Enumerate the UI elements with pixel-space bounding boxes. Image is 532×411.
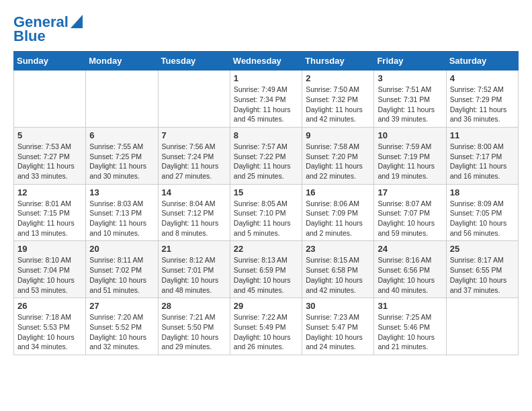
day-number: 16 <box>306 187 370 197</box>
day-info: Sunrise: 7:55 AM Sunset: 7:25 PM Dayligh… <box>89 142 154 181</box>
calendar-cell <box>446 298 518 355</box>
calendar-cell: 8Sunrise: 7:57 AM Sunset: 7:22 PM Daylig… <box>230 127 302 184</box>
calendar-cell: 11Sunrise: 8:00 AM Sunset: 7:17 PM Dayli… <box>446 127 518 184</box>
day-number: 7 <box>162 130 226 140</box>
calendar-cell: 28Sunrise: 7:21 AM Sunset: 5:50 PM Dayli… <box>158 298 230 355</box>
day-number: 18 <box>450 187 515 197</box>
day-number: 15 <box>234 187 298 197</box>
day-info: Sunrise: 8:07 AM Sunset: 7:07 PM Dayligh… <box>378 199 442 238</box>
calendar-cell: 20Sunrise: 8:11 AM Sunset: 7:02 PM Dayli… <box>86 241 158 298</box>
calendar-cell: 27Sunrise: 7:20 AM Sunset: 5:52 PM Dayli… <box>86 298 158 355</box>
day-info: Sunrise: 8:17 AM Sunset: 6:55 PM Dayligh… <box>450 255 515 295</box>
day-number: 21 <box>162 244 226 254</box>
calendar-week-5: 26Sunrise: 7:18 AM Sunset: 5:53 PM Dayli… <box>14 298 519 355</box>
calendar-cell: 2Sunrise: 7:50 AM Sunset: 7:32 PM Daylig… <box>302 71 374 128</box>
day-info: Sunrise: 7:18 AM Sunset: 5:53 PM Dayligh… <box>17 312 82 352</box>
calendar-cell: 7Sunrise: 7:56 AM Sunset: 7:24 PM Daylig… <box>158 127 230 184</box>
day-info: Sunrise: 7:20 AM Sunset: 5:52 PM Dayligh… <box>89 312 154 352</box>
day-number: 19 <box>17 244 82 254</box>
day-info: Sunrise: 8:10 AM Sunset: 7:04 PM Dayligh… <box>17 255 82 295</box>
logo: General Blue <box>13 13 83 44</box>
calendar-cell <box>86 71 158 128</box>
day-number: 28 <box>162 301 226 311</box>
day-number: 12 <box>17 187 82 197</box>
weekday-header-monday: Monday <box>86 52 158 71</box>
logo-blue-text: Blue <box>13 28 46 44</box>
calendar-cell: 23Sunrise: 8:15 AM Sunset: 6:58 PM Dayli… <box>302 241 374 298</box>
calendar-cell: 22Sunrise: 8:13 AM Sunset: 6:59 PM Dayli… <box>230 241 302 298</box>
day-info: Sunrise: 8:00 AM Sunset: 7:17 PM Dayligh… <box>450 142 515 181</box>
calendar-cell: 3Sunrise: 7:51 AM Sunset: 7:31 PM Daylig… <box>374 71 446 128</box>
calendar-cell: 18Sunrise: 8:09 AM Sunset: 7:05 PM Dayli… <box>446 184 518 241</box>
day-number: 26 <box>17 301 82 311</box>
calendar-cell: 15Sunrise: 8:05 AM Sunset: 7:10 PM Dayli… <box>230 184 302 241</box>
day-number: 3 <box>378 73 442 83</box>
calendar-cell: 26Sunrise: 7:18 AM Sunset: 5:53 PM Dayli… <box>14 298 86 355</box>
calendar-cell: 10Sunrise: 7:59 AM Sunset: 7:19 PM Dayli… <box>374 127 446 184</box>
day-info: Sunrise: 7:22 AM Sunset: 5:49 PM Dayligh… <box>234 312 298 352</box>
day-info: Sunrise: 8:16 AM Sunset: 6:56 PM Dayligh… <box>378 255 442 295</box>
calendar-week-1: 1Sunrise: 7:49 AM Sunset: 7:34 PM Daylig… <box>14 71 519 128</box>
day-number: 13 <box>89 187 154 197</box>
weekday-header-tuesday: Tuesday <box>158 52 230 71</box>
calendar-cell: 17Sunrise: 8:07 AM Sunset: 7:07 PM Dayli… <box>374 184 446 241</box>
day-number: 30 <box>306 301 370 311</box>
weekday-header-saturday: Saturday <box>446 52 518 71</box>
day-number: 10 <box>378 130 442 140</box>
day-info: Sunrise: 7:25 AM Sunset: 5:46 PM Dayligh… <box>378 312 442 352</box>
day-number: 17 <box>378 187 442 197</box>
calendar-cell <box>158 71 230 128</box>
calendar-week-4: 19Sunrise: 8:10 AM Sunset: 7:04 PM Dayli… <box>14 241 519 298</box>
day-info: Sunrise: 8:13 AM Sunset: 6:59 PM Dayligh… <box>234 255 298 295</box>
day-info: Sunrise: 7:59 AM Sunset: 7:19 PM Dayligh… <box>378 142 442 181</box>
day-info: Sunrise: 8:15 AM Sunset: 6:58 PM Dayligh… <box>306 255 370 295</box>
day-number: 22 <box>234 244 298 254</box>
day-number: 25 <box>450 244 515 254</box>
weekday-header-wednesday: Wednesday <box>230 52 302 71</box>
calendar-week-2: 5Sunrise: 7:53 AM Sunset: 7:27 PM Daylig… <box>14 127 519 184</box>
calendar-cell: 12Sunrise: 8:01 AM Sunset: 7:15 PM Dayli… <box>14 184 86 241</box>
day-info: Sunrise: 8:01 AM Sunset: 7:15 PM Dayligh… <box>17 199 82 238</box>
day-number: 23 <box>306 244 370 254</box>
day-info: Sunrise: 7:50 AM Sunset: 7:32 PM Dayligh… <box>306 85 370 124</box>
calendar-cell: 25Sunrise: 8:17 AM Sunset: 6:55 PM Dayli… <box>446 241 518 298</box>
day-number: 24 <box>378 244 442 254</box>
day-info: Sunrise: 8:12 AM Sunset: 7:01 PM Dayligh… <box>162 255 226 295</box>
calendar-cell: 5Sunrise: 7:53 AM Sunset: 7:27 PM Daylig… <box>14 127 86 184</box>
day-info: Sunrise: 8:05 AM Sunset: 7:10 PM Dayligh… <box>234 199 298 238</box>
calendar-cell: 21Sunrise: 8:12 AM Sunset: 7:01 PM Dayli… <box>158 241 230 298</box>
calendar-cell: 14Sunrise: 8:04 AM Sunset: 7:12 PM Dayli… <box>158 184 230 241</box>
weekday-header-friday: Friday <box>374 52 446 71</box>
day-number: 9 <box>306 130 370 140</box>
calendar-cell: 16Sunrise: 8:06 AM Sunset: 7:09 PM Dayli… <box>302 184 374 241</box>
day-number: 27 <box>89 301 154 311</box>
calendar-cell: 4Sunrise: 7:52 AM Sunset: 7:29 PM Daylig… <box>446 71 518 128</box>
svg-marker-0 <box>71 15 83 28</box>
calendar-table: SundayMondayTuesdayWednesdayThursdayFrid… <box>13 51 519 355</box>
day-number: 14 <box>162 187 226 197</box>
day-number: 5 <box>17 130 82 140</box>
day-info: Sunrise: 7:23 AM Sunset: 5:47 PM Dayligh… <box>306 312 370 352</box>
day-number: 6 <box>89 130 154 140</box>
day-info: Sunrise: 8:09 AM Sunset: 7:05 PM Dayligh… <box>450 199 515 238</box>
day-info: Sunrise: 7:51 AM Sunset: 7:31 PM Dayligh… <box>378 85 442 124</box>
day-number: 4 <box>450 73 515 83</box>
day-number: 8 <box>234 130 298 140</box>
calendar-week-3: 12Sunrise: 8:01 AM Sunset: 7:15 PM Dayli… <box>14 184 519 241</box>
calendar-cell: 13Sunrise: 8:03 AM Sunset: 7:13 PM Dayli… <box>86 184 158 241</box>
weekday-header-thursday: Thursday <box>302 52 374 71</box>
calendar-body: 1Sunrise: 7:49 AM Sunset: 7:34 PM Daylig… <box>14 71 519 355</box>
calendar-cell: 31Sunrise: 7:25 AM Sunset: 5:46 PM Dayli… <box>374 298 446 355</box>
day-info: Sunrise: 7:57 AM Sunset: 7:22 PM Dayligh… <box>234 142 298 181</box>
day-number: 11 <box>450 130 515 140</box>
calendar-cell: 30Sunrise: 7:23 AM Sunset: 5:47 PM Dayli… <box>302 298 374 355</box>
day-info: Sunrise: 7:49 AM Sunset: 7:34 PM Dayligh… <box>234 85 298 124</box>
calendar-header-row: SundayMondayTuesdayWednesdayThursdayFrid… <box>14 52 519 71</box>
page-header: General Blue <box>13 13 519 44</box>
day-number: 29 <box>234 301 298 311</box>
calendar-cell: 24Sunrise: 8:16 AM Sunset: 6:56 PM Dayli… <box>374 241 446 298</box>
calendar-cell: 1Sunrise: 7:49 AM Sunset: 7:34 PM Daylig… <box>230 71 302 128</box>
day-info: Sunrise: 8:03 AM Sunset: 7:13 PM Dayligh… <box>89 199 154 238</box>
weekday-header-sunday: Sunday <box>14 52 86 71</box>
logo-icon <box>71 15 83 28</box>
